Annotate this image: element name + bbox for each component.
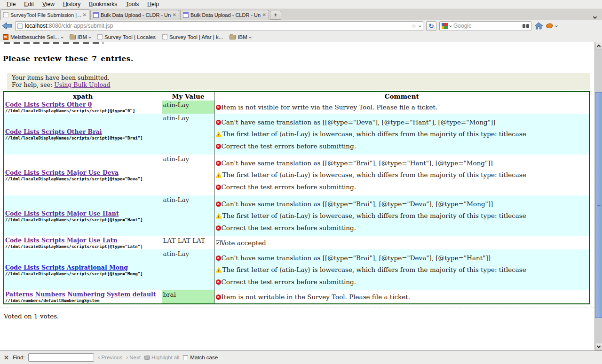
review-table-body: Code Lists Scripts Other 0 //ldml/locale…: [4, 101, 589, 304]
url-domain: localhost: [25, 23, 47, 29]
value-cell: atin-Lay: [162, 249, 214, 290]
bookmark-survey-tool-locales[interactable]: Survey Tool | Locales: [97, 34, 156, 40]
xpath-link[interactable]: Code Lists Scripts Other Brai: [5, 128, 161, 135]
url-dropdown-icon[interactable]: [419, 24, 421, 27]
comment-item: Item is not visible for write via the Su…: [216, 103, 588, 111]
find-next-button[interactable]: ›Next: [126, 354, 141, 361]
match-case-option[interactable]: Match case: [183, 355, 218, 360]
close-icon[interactable]: ✕: [4, 354, 9, 361]
review-table: xpath My Value Comment Code Lists Script…: [3, 91, 590, 304]
bookmark-label: IBM: [78, 34, 87, 40]
error-icon: [216, 225, 221, 231]
value-cell: LAT LAT LAT: [162, 236, 214, 249]
home-button[interactable]: [534, 22, 543, 30]
error-icon: [216, 185, 221, 190]
bookmark-folder-ibm-2[interactable]: IBM: [230, 34, 251, 40]
xpath-link[interactable]: Code Lists Scripts Other 0: [5, 101, 161, 108]
comment-cell: Vote accepted: [214, 236, 589, 249]
history-icon: [3, 34, 8, 40]
bookmark-star-icon[interactable]: ☆: [411, 23, 417, 29]
notice-box: Your items have been submitted. For help…: [7, 73, 590, 90]
search-bar[interactable]: Google: [439, 21, 531, 31]
highlight-all-button[interactable]: Highlight all: [144, 355, 179, 360]
value-cell: atin-Lay: [162, 101, 214, 114]
placeholder-icon: [162, 34, 167, 39]
bookmark-survey-tool-afar[interactable]: Survey Tool | Afar | k...: [162, 34, 223, 40]
tab-surveytool-file-submission[interactable]: SurveyTool File Submission | ... ✕: [0, 9, 89, 20]
url-bar[interactable]: localhost:8080/cldr-apps/submit.jsp ☆: [15, 21, 423, 31]
menu-history[interactable]: History: [59, 0, 84, 8]
comment-text: Correct the test errors before submittin…: [222, 183, 356, 191]
xpath-link[interactable]: Code Lists Scripts Major Use Deva: [5, 169, 161, 176]
tab-title: SurveyTool File Submission | ...: [10, 12, 81, 18]
menu-view[interactable]: View: [39, 0, 58, 8]
tabbar: SurveyTool File Submission | ... ✕ Bulk …: [0, 9, 602, 20]
xpath-cell: Code Lists Scripts Major Use Latn //ldml…: [4, 236, 162, 249]
bookmarks-bar: Meistbesuchte Sei... IBM Survey Tool | L…: [0, 32, 602, 42]
tab-close-icon[interactable]: ✕: [83, 13, 87, 17]
scroll-down-icon[interactable]: [595, 343, 602, 350]
xpath-cell: Patterns Numbers Numbering System defaul…: [4, 290, 162, 304]
menu-tools[interactable]: Tools: [122, 0, 143, 8]
comment-item: Correct the test errors before submittin…: [216, 183, 588, 191]
find-input[interactable]: [28, 353, 94, 362]
folder-icon: [230, 35, 236, 39]
comment-cell: Can't have same translation as [[@type="…: [214, 155, 589, 195]
scrollbar-thumb[interactable]: [595, 92, 602, 318]
using-bulk-upload-link[interactable]: Using Bulk Upload: [54, 81, 110, 88]
search-engine-dropdown-icon[interactable]: [449, 24, 452, 27]
reload-button[interactable]: ↻: [426, 21, 436, 31]
match-case-checkbox[interactable]: [183, 355, 188, 360]
tab-bulk-data-upload-1[interactable]: Bulk Data Upload - CLDR - Un... ✕: [90, 10, 179, 20]
find-previous-button[interactable]: ‹Previous: [98, 354, 122, 361]
header-xpath: xpath: [4, 92, 162, 101]
comment-text: Vote accepted: [221, 239, 266, 247]
tab-close-icon[interactable]: ✕: [173, 13, 176, 17]
bookmark-folder-ibm-1[interactable]: IBM: [70, 34, 91, 40]
new-tab-button[interactable]: +: [270, 11, 281, 20]
addon-icon[interactable]: [546, 23, 553, 28]
tab-close-icon[interactable]: ✕: [262, 13, 266, 17]
menu-file[interactable]: File: [3, 0, 19, 8]
xpath-link[interactable]: Code Lists Scripts Major Use Hant: [5, 210, 161, 217]
comment-text: The first letter of ⟨atin-Lay⟩ is lowerc…: [222, 130, 526, 138]
comment-item: Correct the test errors before submittin…: [216, 224, 588, 232]
comment-item: Can't have same translation as [[@type="…: [216, 118, 588, 126]
xpath-link[interactable]: Code Lists Scripts Aspirational Mong: [5, 264, 161, 271]
list-all-tabs-icon[interactable]: [594, 12, 600, 17]
comment-item: Vote accepted: [216, 239, 588, 247]
folder-icon: [70, 35, 76, 39]
xpath-path: //ldml/numbers/defaultNumberingSystem: [5, 298, 161, 303]
bookmark-most-visited[interactable]: Meistbesuchte Sei...: [3, 34, 63, 40]
error-icon: [216, 201, 221, 207]
xpath-link[interactable]: Patterns Numbers Numbering System defaul…: [5, 291, 161, 298]
menu-edit[interactable]: Edit: [20, 0, 38, 8]
bookmark-label: IBM: [238, 34, 247, 40]
tab-bulk-data-upload-2[interactable]: Bulk Data Upload - CLDR - Un... ✕: [180, 10, 269, 20]
vertical-scrollbar[interactable]: [594, 42, 602, 350]
menu-help[interactable]: Help: [143, 0, 163, 8]
menu-bookmarks[interactable]: Bookmarks: [85, 0, 121, 8]
comment-text: Can't have same translation as [[@type="…: [222, 118, 496, 126]
url-path: :8080/cldr-apps/submit.jsp: [47, 23, 113, 29]
placeholder-icon: [97, 34, 103, 39]
search-go-icon[interactable]: [523, 24, 529, 28]
table-row: Code Lists Scripts Other 0 //ldml/locale…: [4, 101, 589, 114]
notice-line1: Your items have been submitted.: [12, 74, 586, 81]
xpath-path: //ldml/localeDisplayNames/scripts/script…: [5, 177, 161, 181]
menubar: File Edit View History Bookmarks Tools H…: [0, 0, 602, 9]
toolbar-overflow-icon[interactable]: [555, 24, 558, 27]
xpath-cell: Code Lists Scripts Major Use Hant //ldml…: [4, 195, 162, 236]
comment-text: Item is not writable in the Survey Tool.…: [222, 293, 410, 301]
xpath-path: //ldml/localeDisplayNames/scripts/script…: [5, 136, 161, 140]
next-label: Next: [129, 355, 141, 360]
back-button[interactable]: [2, 22, 12, 30]
tab-title: Bulk Data Upload - CLDR - Un...: [190, 12, 261, 18]
google-logo-icon[interactable]: [442, 23, 448, 29]
xpath-link[interactable]: Code Lists Scripts Major Use Latn: [5, 237, 161, 244]
comment-item: The first letter of ⟨atin-Lay⟩ is lowerc…: [216, 212, 588, 220]
table-row: Code Lists Scripts Major Use Latn //ldml…: [4, 236, 589, 249]
comment-item: Can't have same translation as [[@type="…: [216, 159, 588, 167]
scroll-up-icon[interactable]: [595, 42, 602, 49]
error-icon: [216, 120, 221, 125]
